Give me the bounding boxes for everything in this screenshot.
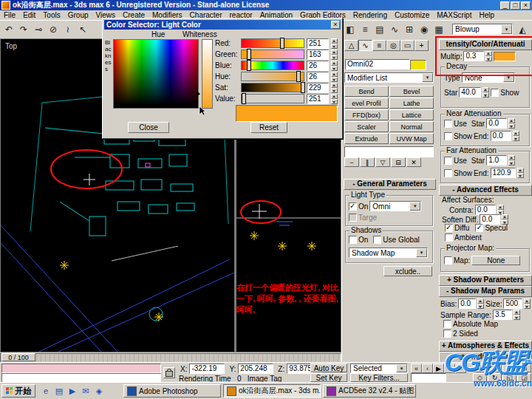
slider-handle-icon[interactable] [280, 38, 284, 49]
y-coordinate-field[interactable]: 205.248 [238, 364, 273, 374]
tab-modify[interactable]: ∿ [358, 40, 372, 51]
tab-display[interactable]: ▭ [400, 40, 415, 51]
time-slider-handle[interactable]: 0 / 100 [1, 353, 35, 361]
hue-blackness-gradient[interactable] [113, 39, 199, 109]
whiteness-strip[interactable] [202, 39, 213, 109]
tab-motion[interactable]: ◎ [386, 40, 400, 51]
material-editor-icon[interactable]: ◉ [417, 22, 432, 37]
channel-slider[interactable] [241, 72, 304, 81]
select-and-link-icon[interactable]: ⊸ [31, 22, 46, 37]
shadows-on-checkbox[interactable] [349, 236, 357, 244]
decay-show-checkbox[interactable] [491, 89, 499, 97]
object-name-field[interactable]: Omni02 [345, 59, 410, 69]
selection-set-dropdown[interactable]: Selected [350, 364, 408, 373]
min-max-toggle-icon[interactable]: ◲ [517, 373, 531, 382]
modifier-button[interactable]: Lathe [389, 98, 434, 109]
rollout-general-parameters[interactable]: - General Parameters [344, 179, 436, 190]
start-button[interactable]: 开始 [1, 384, 35, 398]
slider-handle-icon[interactable] [247, 49, 251, 60]
object-color-swatch[interactable] [410, 60, 426, 70]
auto-key-button[interactable]: Auto Key [310, 364, 347, 372]
channel-slider[interactable] [241, 83, 304, 92]
modifier-button[interactable]: UVW Map [389, 133, 434, 144]
go-to-end-icon[interactable]: » [455, 364, 466, 373]
near-use-checkbox[interactable] [444, 120, 452, 128]
targeted-checkbox[interactable] [349, 214, 357, 222]
configure-modifier-sets-icon[interactable]: ✕ [406, 157, 421, 167]
close-icon[interactable]: × [521, 1, 531, 10]
slider-handle-icon[interactable] [296, 71, 301, 82]
channel-spinner[interactable] [331, 61, 338, 71]
align-icon[interactable]: ≡ [358, 22, 372, 37]
task-button-3dsmax[interactable]: ok沿街高层.max - 3ds m... [223, 384, 321, 398]
menu-item[interactable]: MAXScript [433, 11, 475, 19]
use-global-checkbox[interactable] [373, 236, 381, 244]
specular-checkbox[interactable] [475, 224, 483, 232]
remove-modifier-icon[interactable]: ⊟ [391, 157, 406, 167]
menu-item[interactable]: Rendering [349, 11, 391, 19]
menu-item[interactable]: Customize [391, 11, 433, 19]
channel-value-field[interactable]: 26 [307, 72, 329, 82]
bias-spinner[interactable] [477, 299, 484, 309]
modifier-button[interactable]: Scaler [344, 121, 389, 132]
menu-item[interactable]: Group [64, 11, 92, 19]
quick-launch-app-icon[interactable]: ◈ [93, 385, 105, 397]
tab-hierarchy[interactable]: ≡ [372, 40, 386, 51]
zoom-extents-all-icon[interactable]: ⊞ [517, 364, 531, 372]
whiteness-marker-icon[interactable] [197, 91, 200, 97]
rollout-mentalray-indirect[interactable]: + ray Indirect Illumi [439, 352, 532, 363]
rollout-shadow-map-params[interactable]: - Shadow Map Params [439, 286, 532, 297]
make-unique-icon[interactable]: ▽ [375, 157, 390, 167]
tab-utilities[interactable]: + [415, 40, 429, 51]
close-button[interactable]: Close [128, 122, 169, 133]
channel-spinner[interactable] [331, 72, 338, 82]
task-button-acdsee[interactable]: ACD5ee 32 v2.4 - 贴图 [323, 384, 416, 398]
far-end-field[interactable]: 120.9 [491, 168, 516, 178]
channel-value-field[interactable]: 251 [307, 38, 329, 49]
rollout-atmospheres-effects[interactable]: + Atmospheres & Effects [439, 341, 532, 352]
tab-create[interactable]: △ [344, 40, 358, 51]
sample-range-spinner[interactable] [514, 310, 520, 320]
zoom-extents-icon[interactable]: ▣ [502, 364, 516, 372]
channel-value-field[interactable]: 163 [307, 50, 329, 60]
slider-handle-icon[interactable] [301, 82, 305, 93]
channel-spinner[interactable] [331, 50, 338, 60]
near-end-spinner[interactable] [513, 131, 519, 141]
chevron-down-icon[interactable] [409, 202, 420, 211]
channel-slider[interactable] [241, 50, 304, 59]
bind-to-spacewarp-icon[interactable]: ≀ [61, 22, 75, 37]
show-end-result-icon[interactable]: ∥ [360, 157, 375, 167]
projector-map-button[interactable]: None [471, 256, 520, 265]
near-start-field[interactable]: 0.0 [486, 118, 507, 129]
channel-spinner[interactable] [331, 83, 338, 93]
channel-spinner[interactable] [331, 38, 338, 49]
chevron-down-icon[interactable] [501, 24, 512, 34]
chevron-down-icon[interactable] [396, 364, 407, 372]
quick-launch-ie-icon[interactable]: e [40, 385, 52, 397]
key-filters-button[interactable]: Key Filters... [350, 373, 408, 382]
modifier-button[interactable]: Normal [389, 121, 434, 132]
slider-handle-icon[interactable] [242, 93, 246, 104]
channel-spinner[interactable] [331, 94, 338, 104]
size-field[interactable]: 500 [503, 299, 522, 309]
set-key-button[interactable]: Set Key [310, 373, 347, 382]
contrast-field[interactable]: 0.0 [475, 205, 496, 215]
undo-icon[interactable]: ↶ [1, 22, 16, 37]
exclude-button[interactable]: xclude.. [383, 266, 432, 276]
quick-launch-desktop-icon[interactable]: ▤ [53, 385, 65, 397]
close-icon[interactable]: × [331, 21, 340, 29]
far-start-field[interactable]: 1.0 [486, 155, 507, 166]
arc-rotate-icon[interactable]: ↻ [488, 373, 502, 382]
channel-value-field[interactable]: 229 [307, 83, 329, 93]
modifier-button[interactable]: FFD(box) [344, 109, 389, 120]
reset-button[interactable]: Reset [250, 122, 287, 133]
modifier-button[interactable]: Extrude [344, 133, 389, 144]
zoom-icon[interactable]: ⊕ [473, 364, 487, 372]
sample-range-field[interactable]: 3.5 [493, 310, 512, 320]
render-scene-icon[interactable]: ▦ [432, 22, 446, 37]
diffuse-checkbox[interactable] [445, 224, 453, 232]
far-use-checkbox[interactable] [444, 157, 452, 165]
decay-start-field[interactable]: 40.0 [459, 87, 481, 98]
curve-editor-icon[interactable]: ∿ [387, 22, 402, 37]
modifier-stack-list[interactable] [344, 146, 434, 157]
